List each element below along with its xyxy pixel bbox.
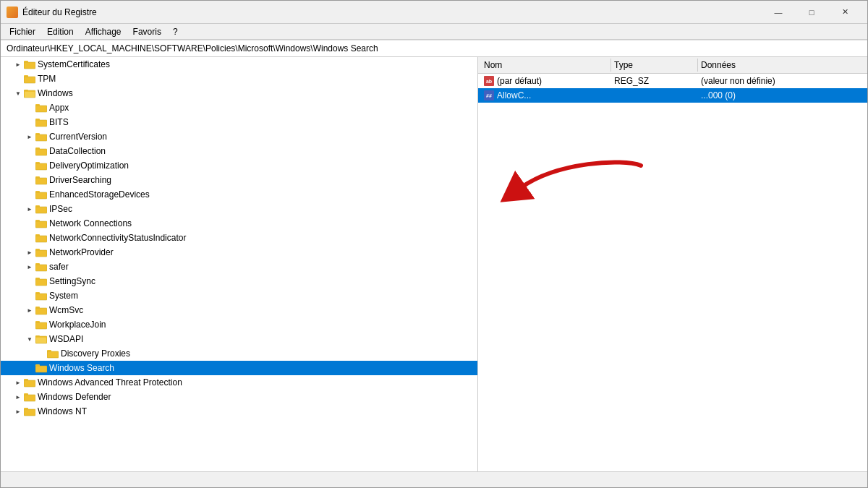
tree-item[interactable]: ▼ WSDAPI	[1, 332, 477, 346]
tree-item[interactable]: ► SettingSync	[1, 274, 477, 288]
folder-icon	[35, 247, 47, 257]
tree-item[interactable]: ► System	[1, 288, 477, 303]
folder-icon	[35, 146, 47, 156]
table-row[interactable]: ##AllowC......000 (0)	[478, 88, 867, 103]
tree-expand-icon: ►	[24, 131, 35, 142]
tree-item[interactable]: ► CurrentVersion	[1, 129, 477, 144]
tree-item[interactable]: ► EnhancedStorageDevices	[1, 187, 477, 202]
tree-item-label: Windows	[38, 88, 73, 98]
folder-icon	[47, 348, 59, 359]
menu-help[interactable]: ?	[167, 24, 184, 40]
status-bar	[1, 471, 867, 487]
folder-icon	[24, 377, 35, 388]
menu-fichier[interactable]: Fichier	[4, 24, 41, 40]
folder-icon	[35, 218, 47, 228]
tree-item[interactable]: ► Windows Defender	[1, 390, 477, 404]
tree-item-label: CurrentVersion	[49, 132, 107, 142]
svg-rect-62	[36, 338, 46, 343]
tree-item[interactable]: ► WcmSvc	[1, 303, 477, 317]
tree-item[interactable]: ► Windows NT	[1, 404, 477, 419]
tree-item-label: Windows NT	[38, 406, 87, 416]
tree-item[interactable]: ► Discovery Proxies	[1, 346, 477, 361]
folder-icon	[35, 117, 47, 127]
folder-icon	[35, 103, 47, 113]
tree-item[interactable]: ► DriverSearching	[1, 173, 477, 187]
folder-icon	[35, 334, 47, 344]
tree-item[interactable]: ► DeliveryOptimization	[1, 158, 477, 173]
tree-item-label: System	[49, 291, 78, 301]
tree-item-label: Windows Search	[49, 363, 114, 373]
menu-affichage[interactable]: Affichage	[80, 24, 127, 40]
folder-icon	[35, 204, 47, 214]
folder-icon	[35, 262, 47, 272]
folder-icon	[35, 132, 47, 142]
folder-icon	[24, 59, 35, 69]
tree-item[interactable]: ► TPM	[1, 72, 477, 86]
close-button[interactable]: ✕	[828, 1, 861, 24]
app-icon	[7, 7, 18, 18]
registry-editor-window: Éditeur du Registre — □ ✕ Fichier Editio…	[0, 0, 868, 488]
tree-expand-icon: ►	[24, 247, 35, 258]
menu-favoris[interactable]: Favoris	[127, 24, 167, 40]
tree-item[interactable]: ► SystemCertificates	[1, 57, 477, 72]
tree-item-label: NetworkProvider	[49, 247, 114, 257]
tree-item[interactable]: ► safer	[1, 260, 477, 274]
registry-name-cell: ab(par défaut)	[481, 75, 611, 87]
tree-item[interactable]: ► Appx	[1, 100, 477, 115]
tree-expand-icon: ►	[24, 304, 35, 316]
tree-item[interactable]: ► WorkplaceJoin	[1, 317, 477, 332]
maximize-button[interactable]: □	[795, 1, 828, 24]
address-text: Ordinateur\HKEY_LOCAL_MACHINE\SOFTWARE\P…	[7, 43, 378, 53]
folder-icon	[35, 320, 47, 330]
menu-edition[interactable]: Edition	[41, 24, 80, 40]
menu-bar: Fichier Edition Affichage Favoris ?	[1, 24, 867, 40]
tree-item[interactable]: ► DataCollection	[1, 144, 477, 158]
col-type: Type	[611, 59, 698, 72]
registry-name: (par défaut)	[497, 76, 542, 86]
tree-item-label: Appx	[49, 103, 69, 113]
tree-panel: ► SystemCertificates► TPM▼ Windows► Appx…	[1, 57, 478, 471]
reg-dword-icon: ##	[484, 90, 494, 100]
tree-item[interactable]: ► NetworkConnectivityStatusIndicator	[1, 231, 477, 245]
tree-item[interactable]: ► Windows Search	[1, 361, 477, 375]
folder-icon	[35, 233, 47, 243]
main-area: ► SystemCertificates► TPM▼ Windows► Appx…	[1, 57, 867, 471]
tree-item-label: NetworkConnectivityStatusIndicator	[49, 233, 186, 243]
minimize-button[interactable]: —	[762, 1, 795, 24]
tree-item-label: TPM	[38, 74, 56, 84]
folder-icon	[24, 406, 35, 416]
registry-type-cell	[611, 95, 698, 96]
registry-data-cell: (valeur non définie)	[698, 75, 864, 87]
tree-item-label: IPSec	[49, 204, 72, 214]
tree-item-label: EnhancedStorageDevices	[49, 189, 150, 200]
registry-name: AllowC...	[497, 90, 531, 100]
svg-rect-8	[24, 90, 28, 92]
title-bar: Éditeur du Registre — □ ✕	[1, 1, 867, 24]
folder-icon	[35, 189, 47, 200]
tree-item-label: safer	[49, 262, 69, 272]
tree-item[interactable]: ► IPSec	[1, 202, 477, 216]
tree-expand-icon: ►	[12, 391, 24, 403]
tree-item[interactable]: ► Windows Advanced Threat Protection	[1, 375, 477, 390]
folder-icon	[35, 175, 47, 185]
tree-expand-icon: ►	[12, 59, 24, 70]
tree-expand-icon: ▼	[24, 333, 35, 345]
folder-icon	[35, 305, 47, 315]
registry-name-cell: ##AllowC...	[481, 90, 611, 101]
tree-item[interactable]: ► BITS	[1, 115, 477, 129]
tree-item-label: DeliveryOptimization	[49, 160, 129, 171]
address-bar: Ordinateur\HKEY_LOCAL_MACHINE\SOFTWARE\P…	[1, 40, 867, 57]
registry-data-cell: ...000 (0)	[698, 90, 864, 101]
tree-expand-icon: ►	[24, 203, 35, 215]
folder-icon	[24, 88, 35, 98]
window-title: Éditeur du Registre	[22, 7, 762, 17]
tree-item[interactable]: ► NetworkProvider	[1, 245, 477, 260]
svg-rect-61	[35, 335, 40, 338]
table-row[interactable]: ab(par défaut)REG_SZ(valeur non définie)	[478, 74, 867, 88]
col-donnees: Données	[698, 59, 864, 72]
folder-icon	[35, 276, 47, 286]
tree-item[interactable]: ► Network Connections	[1, 216, 477, 231]
tree-expand-icon: ►	[12, 377, 24, 388]
tree-item[interactable]: ▼ Windows	[1, 86, 477, 100]
tree-expand-icon: ▼	[12, 87, 24, 99]
